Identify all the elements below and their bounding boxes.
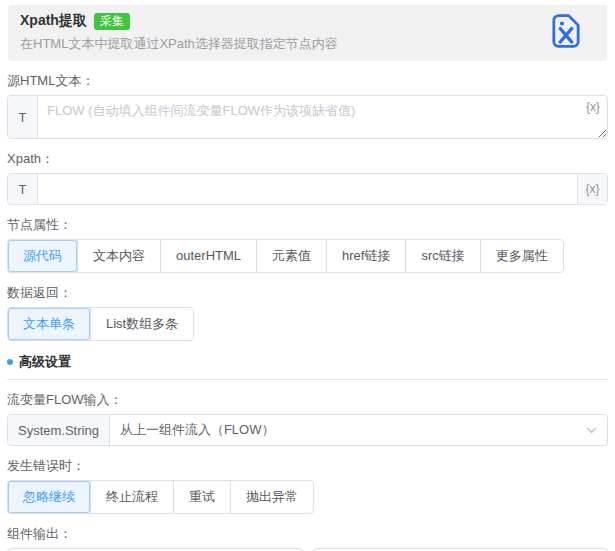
on-error-label: 发生错误时： — [7, 458, 608, 473]
insert-variable-button[interactable]: {x} — [577, 174, 607, 204]
xpath-label: Xpath： — [7, 151, 608, 166]
source-html-input[interactable] — [38, 96, 607, 138]
option-more-attributes[interactable]: 更多属性 — [480, 240, 563, 272]
option-retry[interactable]: 重试 — [173, 481, 230, 513]
component-description: 在HTML文本中提取通过XPath选择器提取指定节点内容 — [20, 35, 338, 53]
header-text: Xpath提取 采集 在HTML文本中提取通过XPath选择器提取指定节点内容 — [20, 12, 338, 53]
section-divider — [7, 379, 608, 380]
flow-input-select[interactable]: System.String 从上一组件流入（FLOW） — [7, 414, 608, 446]
chevron-down-icon — [585, 424, 598, 437]
text-type-addon[interactable]: T — [8, 174, 38, 204]
component-output-label: 组件输出： — [7, 526, 608, 541]
insert-variable-button[interactable]: {x} — [586, 100, 600, 114]
xpath-extract-panel: Xpath提取 采集 在HTML文本中提取通过XPath选择器提取指定节点内容 … — [0, 0, 615, 551]
option-throw-exception[interactable]: 抛出异常 — [230, 481, 313, 513]
xpath-file-icon — [551, 13, 581, 52]
option-text-content[interactable]: 文本内容 — [77, 240, 160, 272]
option-list-array[interactable]: List数组多条 — [90, 308, 193, 340]
option-terminate-flow[interactable]: 终止流程 — [90, 481, 173, 513]
header-card: Xpath提取 采集 在HTML文本中提取通过XPath选择器提取指定节点内容 — [8, 5, 607, 61]
on-error-options: 忽略继续 终止流程 重试 抛出异常 — [7, 480, 314, 514]
data-return-label: 数据返回： — [7, 285, 608, 300]
flow-input-value: 从上一组件流入（FLOW） — [110, 421, 585, 439]
option-src-link[interactable]: src链接 — [405, 240, 479, 272]
source-html-group: T {x} — [7, 95, 608, 139]
category-badge: 采集 — [94, 13, 130, 30]
advanced-settings-title: 高级设置 — [19, 353, 71, 371]
option-single-text[interactable]: 文本单条 — [8, 308, 90, 340]
source-html-label: 源HTML文本： — [7, 73, 608, 88]
text-type-addon[interactable]: T — [8, 96, 38, 138]
advanced-settings-heading: 高级设置 — [7, 353, 608, 371]
node-attribute-label: 节点属性： — [7, 217, 608, 232]
source-html-textarea-wrap: {x} — [38, 96, 607, 138]
option-ignore-continue[interactable]: 忽略继续 — [8, 481, 90, 513]
xpath-input[interactable] — [38, 174, 577, 204]
flow-type-prefix: System.String — [8, 415, 110, 445]
data-return-options: 文本单条 List数组多条 — [7, 307, 194, 341]
node-attribute-options: 源代码 文本内容 outerHTML 元素值 href链接 src链接 更多属性 — [7, 239, 564, 273]
bullet-dot-icon — [7, 359, 13, 365]
option-href-link[interactable]: href链接 — [326, 240, 405, 272]
option-source-code[interactable]: 源代码 — [8, 240, 77, 272]
option-outerhtml[interactable]: outerHTML — [160, 240, 256, 272]
flow-input-label: 流变量FLOW输入： — [7, 392, 608, 407]
page-title: Xpath提取 — [20, 12, 87, 30]
xpath-group: T {x} — [7, 173, 608, 205]
option-element-value[interactable]: 元素值 — [256, 240, 326, 272]
